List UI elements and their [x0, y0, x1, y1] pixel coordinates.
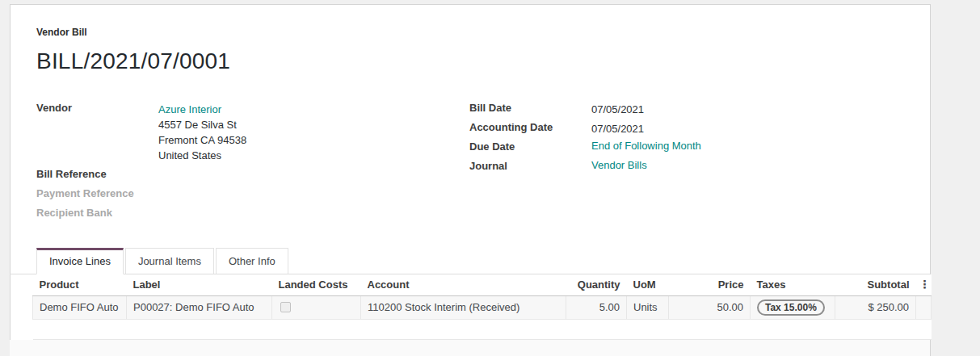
vendor-label: Vendor [36, 101, 158, 114]
document-type-label: Vendor Bill [36, 27, 930, 38]
vendor-address-city: Fremont CA 94538 [158, 132, 246, 148]
cell-subtotal: $ 250.00 [835, 295, 916, 319]
col-header-taxes[interactable]: Taxes [751, 274, 835, 295]
cell-taxes: Tax 15.00% [751, 295, 835, 319]
tax-tag[interactable]: Tax 15.00% [757, 299, 825, 316]
landed-costs-checkbox[interactable] [280, 302, 291, 312]
tab-journal-items[interactable]: Journal Items [125, 248, 214, 274]
cell-account[interactable]: 110200 Stock Interim (Received) [361, 295, 566, 319]
field-due-date: Due Date End of Following Month [469, 140, 890, 159]
vendor-partner-link[interactable]: Azure Interior [158, 103, 221, 115]
column-options-icon[interactable]: ⋮ [918, 279, 932, 290]
due-date-value-link[interactable]: End of Following Month [591, 140, 701, 152]
document-number-title: BILL/2021/07/0001 [36, 48, 930, 74]
field-bill-date: Bill Date 07/05/2021 [469, 101, 890, 120]
col-header-uom[interactable]: UoM [627, 274, 669, 295]
column-options-header: ⋮ [916, 274, 932, 295]
tab-invoice-lines[interactable]: Invoice Lines [36, 248, 124, 274]
tab-strip: Invoice Lines Journal Items Other Info [10, 248, 930, 274]
col-header-subtotal[interactable]: Subtotal [835, 274, 916, 295]
vendor-bill-sheet: Vendor Bill BILL/2021/07/0001 Vendor Azu… [10, 4, 931, 356]
col-header-quantity[interactable]: Quantity [566, 274, 627, 295]
invoice-lines-table: Product Label Landed Costs Account Quant… [32, 274, 932, 340]
col-header-price[interactable]: Price [669, 274, 751, 295]
tab-other-info[interactable]: Other Info [216, 248, 288, 274]
cell-product[interactable]: Demo FIFO Auto [33, 295, 127, 319]
due-date-label: Due Date [469, 140, 591, 153]
sheet-lower-band [10, 340, 930, 356]
field-journal: Journal Vendor Bills [469, 159, 890, 178]
col-header-account[interactable]: Account [361, 274, 566, 295]
details-section: Vendor Azure Interior 4557 De Silva St F… [36, 101, 930, 225]
field-accounting-date: Accounting Date 07/05/2021 [469, 120, 890, 140]
col-header-product[interactable]: Product [33, 274, 127, 295]
field-payment-reference: Payment Reference [36, 186, 460, 206]
vendor-address-country: United States [158, 148, 246, 163]
cell-landed-costs [272, 295, 361, 319]
field-recipient-bank: Recipient Bank [36, 206, 460, 225]
payment-reference-label: Payment Reference [36, 186, 158, 199]
cell-label[interactable]: P00027: Demo FIFO Auto [127, 295, 272, 319]
journal-label: Journal [469, 159, 591, 172]
col-header-landed-costs[interactable]: Landed Costs [272, 274, 361, 295]
recipient-bank-label: Recipient Bank [36, 206, 158, 219]
details-right-column: Bill Date 07/05/2021 Accounting Date 07/… [469, 101, 890, 225]
field-vendor: Vendor Azure Interior 4557 De Silva St F… [36, 101, 460, 167]
cell-price[interactable]: 50.00 [669, 295, 751, 319]
empty-table-row [33, 319, 932, 339]
accounting-date-value[interactable]: 07/05/2021 [591, 120, 644, 136]
accounting-date-label: Accounting Date [469, 120, 591, 133]
col-header-label[interactable]: Label [127, 274, 272, 295]
details-left-column: Vendor Azure Interior 4557 De Silva St F… [36, 101, 460, 225]
cell-quantity[interactable]: 5.00 [566, 295, 627, 319]
invoice-line-row[interactable]: Demo FIFO Auto P00027: Demo FIFO Auto 11… [33, 295, 932, 319]
field-bill-reference: Bill Reference [36, 167, 460, 186]
bill-date-value[interactable]: 07/05/2021 [591, 101, 644, 117]
bill-reference-label: Bill Reference [36, 167, 158, 180]
cell-uom[interactable]: Units [627, 295, 669, 319]
notebook: Invoice Lines Journal Items Other Info P… [36, 248, 930, 356]
vendor-address-street: 4557 De Silva St [158, 117, 246, 132]
bill-date-label: Bill Date [469, 101, 591, 114]
cell-row-menu [916, 295, 932, 319]
journal-value-link[interactable]: Vendor Bills [591, 159, 647, 171]
table-header-row: Product Label Landed Costs Account Quant… [33, 274, 932, 295]
